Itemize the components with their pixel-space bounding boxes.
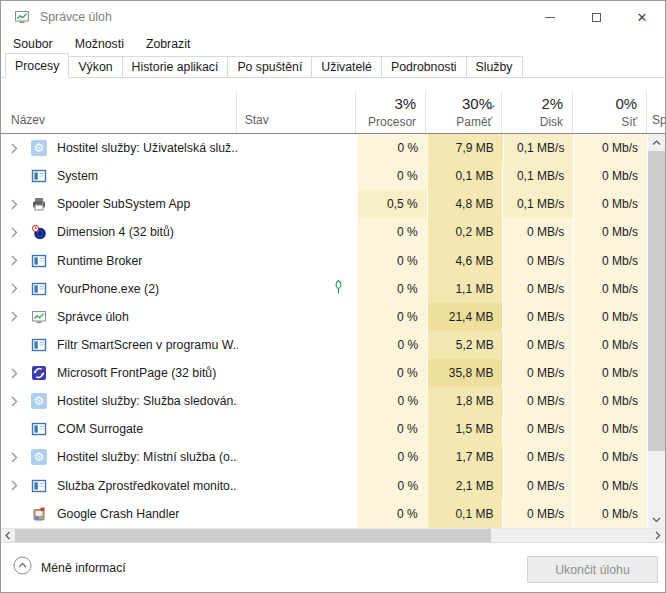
menu-item-soubor[interactable]: Soubor xyxy=(2,33,64,54)
cpu-total-percent: 3% xyxy=(394,94,416,113)
table-row[interactable]: YourPhone.exe (2)0 %1,1 MB0 MB/s0 Mb/s xyxy=(1,275,665,303)
scroll-left-icon[interactable] xyxy=(1,529,15,542)
disk-value-cell: 0 MB/s xyxy=(502,275,573,303)
process-name-cell: ⚙Hostitel služby: Místní služba (o... xyxy=(1,443,238,471)
mem-value-cell: 35,8 MB xyxy=(427,359,503,387)
end-task-button[interactable]: Ukončit úlohu xyxy=(527,556,658,583)
process-table-body: ⚙Hostitel služby: Uživatelská služ...0 %… xyxy=(1,134,665,528)
maximize-button[interactable] xyxy=(573,1,619,33)
taskmanager-app-icon xyxy=(14,9,30,25)
expand-chevron-icon[interactable] xyxy=(1,368,23,379)
mem-value-cell: 1,5 MB xyxy=(427,415,503,443)
table-row[interactable]: Služba Zprostředkovatel monito...0 %2,1 … xyxy=(1,472,665,500)
window-icon xyxy=(31,421,47,437)
status-cell xyxy=(237,275,357,303)
close-button[interactable]: ✕ xyxy=(619,1,665,33)
table-row[interactable]: System0 %0,1 MB0,1 MB/s0 Mb/s xyxy=(1,162,665,190)
table-row[interactable]: Filtr SmartScreen v programu W...0 %5,2 … xyxy=(1,331,665,359)
cpu-value-cell: 0 % xyxy=(357,415,427,443)
expand-chevron-icon[interactable] xyxy=(1,283,23,294)
scroll-right-icon[interactable] xyxy=(651,529,665,542)
table-row[interactable]: Spooler SubSystem App0,5 %4,8 MB0,1 MB/s… xyxy=(1,190,665,218)
sort-chevron-down-icon xyxy=(485,97,496,115)
taskmanager-icon xyxy=(31,309,47,325)
expand-chevron-icon[interactable] xyxy=(1,396,23,407)
net-value-cell: 0 Mb/s xyxy=(573,190,647,218)
table-row[interactable]: ⚙Hostitel služby: Místní služba (o...0 %… xyxy=(1,443,665,471)
expand-chevron-icon[interactable] xyxy=(1,480,23,491)
column-header-net[interactable]: 0%Síť xyxy=(573,91,647,133)
process-name-cell: ⚙Hostitel služby: Služba sledován... xyxy=(1,387,238,415)
table-row[interactable]: ⚙Hostitel služby: Služba sledován...0 %1… xyxy=(1,387,665,415)
column-header-partial[interactable]: Sp xyxy=(647,91,665,133)
horizontal-scrollbar[interactable] xyxy=(1,528,665,542)
status-cell xyxy=(238,134,357,162)
process-name: Hostitel služby: Místní služba (o... xyxy=(57,450,238,464)
menu-item-moznosti[interactable]: Možnosti xyxy=(64,33,135,54)
expand-chevron-icon[interactable] xyxy=(1,227,23,238)
service-gear-icon: ⚙ xyxy=(31,393,47,409)
mem-value-cell: 4,6 MB xyxy=(427,247,503,275)
mem-value-cell: 2,1 MB xyxy=(427,472,503,500)
scroll-down-icon[interactable] xyxy=(648,511,665,528)
tab-strip: ProcesyVýkonHistorie aplikacíPo spuštění… xyxy=(1,54,665,78)
table-row[interactable]: Dimension 4 (32 bitů)0 %0,2 MB0 MB/s0 Mb… xyxy=(1,218,665,246)
disk-value-cell: 0 MB/s xyxy=(502,500,573,528)
mem-value-cell: 0,2 MB xyxy=(427,218,503,246)
fewer-details-toggle[interactable]: Méně informací xyxy=(13,556,126,579)
mem-value-cell: 0,1 MB xyxy=(427,162,503,190)
window-icon xyxy=(31,337,47,353)
table-row[interactable]: Google Crash Handler0 %0,1 MB0 MB/s0 Mb/… xyxy=(1,500,665,528)
status-cell xyxy=(237,415,357,443)
menu-bar: SouborMožnostiZobrazit xyxy=(1,33,665,54)
column-header-nazev[interactable]: Název xyxy=(1,91,237,133)
vertical-scrollbar-thumb[interactable] xyxy=(648,151,665,451)
process-name: Filtr SmartScreen v programu W... xyxy=(57,338,238,352)
process-name: System xyxy=(57,169,98,183)
tab-historieaplikaci[interactable]: Historie aplikací xyxy=(122,56,229,77)
minimize-button[interactable] xyxy=(527,1,573,33)
vertical-scrollbar[interactable] xyxy=(648,134,665,528)
tab-sluzby[interactable]: Služby xyxy=(466,56,523,77)
table-row[interactable]: Microsoft FrontPage (32 bitů)0 %35,8 MB0… xyxy=(1,359,665,387)
column-header-stav[interactable]: Stav xyxy=(237,91,356,133)
status-cell xyxy=(237,359,357,387)
menu-item-zobrazit[interactable]: Zobrazit xyxy=(135,33,201,54)
status-cell xyxy=(238,443,357,471)
status-cell xyxy=(237,190,357,218)
net-column-label: Síť xyxy=(621,114,637,130)
service-gear-icon: ⚙ xyxy=(31,140,47,156)
footer-bar: Méně informací Ukončit úlohu xyxy=(1,542,665,592)
scroll-up-icon[interactable] xyxy=(648,134,665,151)
horizontal-scrollbar-thumb[interactable] xyxy=(15,529,491,542)
process-name-cell: COM Surrogate xyxy=(1,415,237,443)
collapse-circle-icon xyxy=(13,556,32,579)
disk-value-cell: 0 MB/s xyxy=(502,359,573,387)
table-row[interactable]: Runtime Broker0 %4,6 MB0 MB/s0 Mb/s xyxy=(1,247,665,275)
table-row[interactable]: ⚙Hostitel služby: Uživatelská služ...0 %… xyxy=(1,134,665,162)
column-header-disk[interactable]: 2%Disk xyxy=(502,91,573,133)
mem-value-cell: 1,7 MB xyxy=(427,443,503,471)
net-value-cell: 0 Mb/s xyxy=(573,331,647,359)
cpu-value-cell: 0 % xyxy=(357,387,427,415)
expand-chevron-icon[interactable] xyxy=(1,311,23,322)
tab-procesy[interactable]: Procesy xyxy=(5,53,69,78)
process-name: Microsoft FrontPage (32 bitů) xyxy=(57,366,216,380)
frontpage-icon xyxy=(31,365,47,381)
column-header-row: Název Stav 3%Procesor30%Paměť2%Disk0%Síť… xyxy=(1,91,665,134)
tab-vykon[interactable]: Výkon xyxy=(68,56,122,77)
tab-pospusteni[interactable]: Po spuštění xyxy=(227,56,312,77)
expand-chevron-icon[interactable] xyxy=(1,452,23,463)
tab-uzivatele[interactable]: Uživatelé xyxy=(311,56,382,77)
column-header-cpu[interactable]: 3%Procesor xyxy=(356,91,426,133)
tab-podrobnosti[interactable]: Podrobnosti xyxy=(381,56,467,77)
table-row[interactable]: Správce úloh0 %21,4 MB0 MB/s0 Mb/s xyxy=(1,303,665,331)
expand-chevron-icon[interactable] xyxy=(1,143,23,154)
disk-value-cell: 0 MB/s xyxy=(503,443,574,471)
expand-chevron-icon[interactable] xyxy=(1,199,23,210)
cpu-value-cell: 0 % xyxy=(357,359,427,387)
expand-chevron-icon[interactable] xyxy=(1,255,23,266)
disk-value-cell: 0,1 MB/s xyxy=(502,162,573,190)
process-name: Dimension 4 (32 bitů) xyxy=(57,225,174,239)
table-row[interactable]: COM Surrogate0 %1,5 MB0 MB/s0 Mb/s xyxy=(1,415,665,443)
